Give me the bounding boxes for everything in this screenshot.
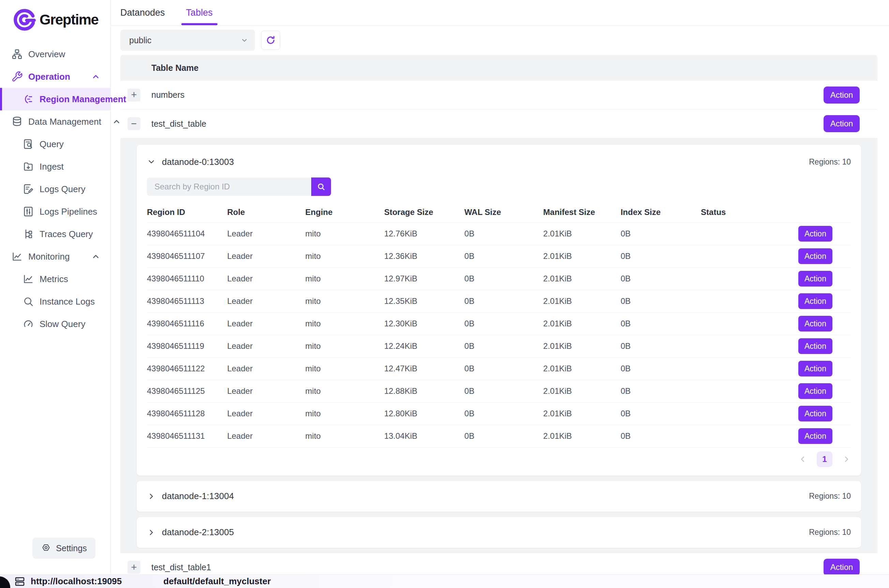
sidebar-item-operation[interactable]: Operation — [0, 65, 110, 88]
collapse-row-button[interactable]: − — [128, 117, 140, 130]
pagination-prev-button[interactable] — [798, 455, 807, 464]
region-cell: Leader — [227, 267, 305, 290]
sidebar-item-logs-pipelines[interactable]: Logs Pipelines — [0, 200, 110, 223]
sidebar-item-monitoring[interactable]: Monitoring — [0, 245, 110, 268]
region-action-button[interactable]: Action — [798, 248, 832, 264]
region-action-button[interactable]: Action — [798, 316, 832, 332]
table-action-button[interactable]: Action — [824, 87, 860, 104]
sidebar-item-instance-logs[interactable]: Instance Logs — [0, 290, 110, 313]
table-expanded-detail: datanode-0:13003 Regions: 10 — [120, 138, 877, 553]
region-action-cell: Action — [785, 290, 851, 312]
region-cell: 0B — [464, 380, 543, 402]
sidebar-nav: Overview Operation Region Management — [0, 43, 110, 335]
region-action-button[interactable]: Action — [798, 406, 832, 422]
expand-row-button[interactable]: + — [128, 88, 140, 102]
region-action-button[interactable]: Action — [798, 428, 832, 444]
region-management-icon — [23, 93, 34, 105]
region-cell: 4398046511119 — [147, 335, 227, 357]
region-row: 4398046511113Leadermito12.35KiB0B2.01KiB… — [147, 290, 851, 312]
sidebar-item-slow-query[interactable]: Slow Query — [0, 313, 110, 335]
region-action-cell: Action — [785, 402, 851, 425]
wrench-icon — [11, 71, 23, 82]
region-cell: 2.01KiB — [544, 402, 621, 425]
tables-list: Table Name + numbers Action − test_dist_… — [120, 55, 877, 582]
pagination-next-button[interactable] — [842, 455, 851, 464]
sitemap-icon — [11, 48, 23, 60]
main-content: Datanodes Tables public Table Name + — [111, 0, 889, 574]
sidebar-item-ingest[interactable]: Ingest — [0, 155, 110, 178]
region-cell — [701, 290, 785, 312]
sidebar-item-label: Monitoring — [28, 251, 69, 262]
sidebar-item-data-management[interactable]: Data Management — [0, 110, 110, 133]
region-cell: 4398046511131 — [147, 425, 227, 447]
sidebar-item-metrics[interactable]: Metrics — [0, 268, 110, 290]
region-cell: mito — [305, 222, 384, 245]
sidebar-item-query[interactable]: Query — [0, 133, 110, 155]
chevron-up-icon[interactable] — [92, 72, 100, 81]
tab-bar: Datanodes Tables — [111, 0, 889, 26]
region-cell: 4398046511110 — [147, 267, 227, 290]
tab-tables[interactable]: Tables — [186, 0, 213, 25]
datanode-header[interactable]: datanode-0:13003 Regions: 10 — [137, 153, 861, 171]
datanode-header[interactable]: datanode-2:13005 Regions: 10 — [137, 517, 861, 548]
region-row: 4398046511125Leadermito12.88KiB0B2.01KiB… — [147, 380, 851, 402]
chevron-right-icon — [147, 492, 156, 501]
refresh-button[interactable] — [261, 31, 280, 50]
region-cell: 4398046511113 — [147, 290, 227, 312]
expand-row-button[interactable]: + — [128, 561, 140, 574]
settings-button[interactable]: Settings — [32, 538, 95, 559]
region-action-button[interactable]: Action — [798, 383, 832, 399]
region-cell: mito — [305, 290, 384, 312]
document-edit-icon — [23, 183, 34, 195]
region-cell: 0B — [621, 290, 701, 312]
table-action-button[interactable]: Action — [824, 115, 860, 132]
region-column-header-action — [785, 202, 851, 222]
server-url[interactable]: http://localhost:19095 — [31, 576, 122, 586]
region-action-button[interactable]: Action — [798, 338, 832, 354]
region-cell: 0B — [621, 222, 701, 245]
region-action-button[interactable]: Action — [798, 226, 832, 242]
region-cell: Leader — [227, 312, 305, 335]
region-cell: 4398046511128 — [147, 402, 227, 425]
settings-label: Settings — [56, 543, 87, 553]
pagination-page-1[interactable]: 1 — [817, 452, 832, 467]
region-cell: 2.01KiB — [544, 267, 621, 290]
region-cell — [701, 357, 785, 380]
region-row: 4398046511128Leadermito12.80KiB0B2.01KiB… — [147, 402, 851, 425]
sidebar-item-region-management[interactable]: Region Management — [0, 88, 110, 110]
region-cell — [701, 402, 785, 425]
datanode-header[interactable]: datanode-1:13004 Regions: 10 — [137, 481, 861, 512]
region-cell — [701, 335, 785, 357]
region-cell: 0B — [464, 312, 543, 335]
tab-datanodes[interactable]: Datanodes — [120, 0, 165, 25]
region-cell: 12.97KiB — [384, 267, 464, 290]
table-action-button[interactable]: Action — [824, 559, 860, 576]
region-row: 4398046511131Leadermito13.04KiB0B2.01KiB… — [147, 425, 851, 447]
region-cell: 0B — [464, 357, 543, 380]
region-action-button[interactable]: Action — [798, 361, 832, 376]
region-cell: 4398046511125 — [147, 380, 227, 402]
region-search-input[interactable] — [147, 177, 311, 196]
regions-count: Regions: 10 — [809, 528, 851, 537]
region-action-button[interactable]: Action — [798, 271, 832, 286]
cluster-name[interactable]: default/default_mycluster — [163, 576, 271, 586]
chevron-up-icon[interactable] — [112, 117, 121, 126]
sidebar-item-traces-query[interactable]: Traces Query — [0, 223, 110, 245]
region-search-button[interactable] — [311, 177, 331, 196]
region-table: Region IDRoleEngineStorage SizeWAL SizeM… — [147, 202, 851, 448]
app-logo[interactable]: Greptime — [0, 0, 110, 32]
region-row: 4398046511104Leadermito12.76KiB0B2.01KiB… — [147, 222, 851, 245]
region-cell: Leader — [227, 290, 305, 312]
region-cell: 12.47KiB — [384, 357, 464, 380]
sidebar-item-overview[interactable]: Overview — [0, 43, 110, 65]
chevron-up-icon[interactable] — [92, 252, 100, 261]
region-cell: 12.35KiB — [384, 290, 464, 312]
region-action-button[interactable]: Action — [798, 293, 832, 309]
datanode-card-expanded: datanode-0:13003 Regions: 10 — [137, 145, 861, 476]
region-cell: Leader — [227, 380, 305, 402]
schema-select[interactable]: public — [120, 30, 255, 51]
region-column-header: Region ID — [147, 202, 227, 222]
region-cell: 4398046511122 — [147, 357, 227, 380]
sidebar-item-label: Slow Query — [39, 319, 85, 329]
sidebar-item-logs-query[interactable]: Logs Query — [0, 178, 110, 200]
